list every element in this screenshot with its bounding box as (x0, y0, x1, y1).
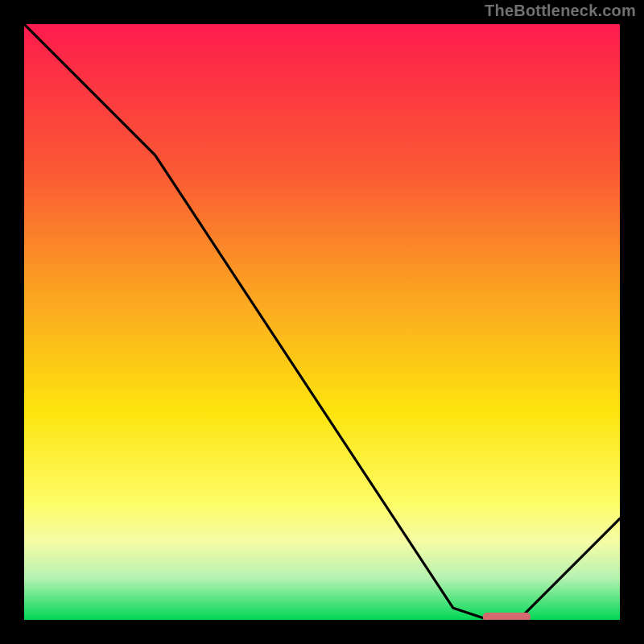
plot-area (24, 24, 620, 620)
chart-frame: TheBottleneck.com (0, 0, 644, 644)
attribution-text: TheBottleneck.com (485, 2, 636, 20)
chart-svg (24, 24, 620, 620)
optimal-target-marker (483, 613, 530, 620)
bottleneck-curve (24, 24, 620, 620)
